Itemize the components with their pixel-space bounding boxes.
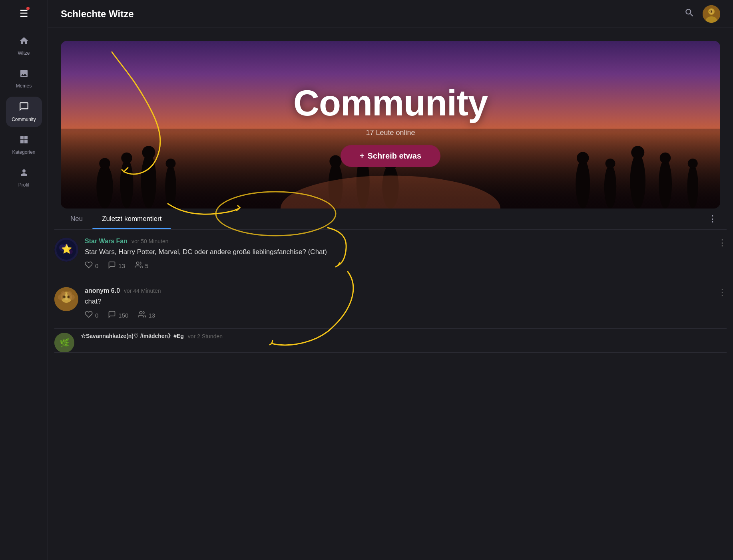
- image-icon: [19, 69, 29, 81]
- posts-list: ⭐ Star Wars Fan vor 50 Minuten Star Wars…: [54, 230, 727, 560]
- plus-icon: +: [360, 151, 365, 161]
- svg-text:👁: 👁: [709, 10, 713, 14]
- post-like-button[interactable]: 0: [85, 261, 98, 271]
- sidebar-item-kategorien[interactable]: Kategorien: [6, 130, 42, 160]
- hero-banner: Community 17 Leute online + Schreib etwa…: [61, 41, 720, 209]
- svg-text:◉ ◉: ◉ ◉: [62, 294, 71, 299]
- comment-icon: [108, 310, 116, 320]
- post-comment-button[interactable]: 13: [108, 261, 125, 271]
- comment-count: 150: [118, 312, 128, 319]
- post-time: vor 2 Stunden: [188, 333, 223, 340]
- sidebar-label-profil: Profil: [18, 182, 29, 188]
- sidebar-label-witze: Witze: [18, 50, 30, 56]
- profile-icon: [19, 168, 29, 180]
- post-participants-button[interactable]: 5: [135, 261, 148, 271]
- hero-content: Community 17 Leute online + Schreib etwa…: [61, 41, 720, 209]
- hero-online-count: 17 Leute online: [366, 129, 415, 137]
- post-like-button[interactable]: 0: [85, 310, 98, 320]
- svg-text:⭐: ⭐: [61, 244, 72, 254]
- post-header: ☆Savannahkatze(n)♡ //mädchen》#Eg vor 2 S…: [81, 333, 727, 340]
- tab-neu[interactable]: Neu: [61, 209, 92, 229]
- main-content: Schlechte Witze 👁: [48, 0, 733, 560]
- sidebar-item-profil[interactable]: Profil: [6, 163, 42, 193]
- post-actions: 0 150: [85, 310, 727, 320]
- participants-icon: [138, 310, 146, 320]
- table-row: 🌿 ☆Savannahkatze(n)♡ //mädchen》#Eg vor 2…: [54, 329, 727, 353]
- home-icon: [19, 36, 29, 48]
- post-content-partial: ☆Savannahkatze(n)♡ //mädchen》#Eg vor 2 S…: [81, 333, 727, 342]
- post-content: Star Wars Fan vor 50 Minuten Star Wars, …: [85, 238, 727, 271]
- search-icon[interactable]: [684, 8, 695, 20]
- sidebar: ☰ Witze Memes Community: [0, 0, 48, 560]
- post-author[interactable]: Star Wars Fan: [85, 238, 127, 245]
- tab-zuletzt[interactable]: Zuletzt kommentiert: [92, 209, 171, 229]
- comment-icon: [108, 261, 116, 271]
- svg-point-46: [140, 311, 143, 314]
- post-avatar[interactable]: ⭐: [54, 238, 78, 262]
- like-count: 0: [95, 262, 98, 269]
- like-count: 0: [95, 312, 98, 319]
- sidebar-item-community[interactable]: Community: [6, 97, 42, 127]
- participant-count: 5: [145, 262, 148, 269]
- header-actions: 👁: [684, 5, 720, 23]
- heart-icon: [85, 261, 93, 271]
- post-author[interactable]: ☆Savannahkatze(n)♡ //mädchen》#Eg: [81, 333, 184, 340]
- post-actions: 0 13: [85, 261, 727, 271]
- sidebar-item-witze[interactable]: Witze: [6, 31, 42, 61]
- post-header: anonym 6.0 vor 44 Minuten: [85, 287, 727, 294]
- post-author[interactable]: anonym 6.0: [85, 287, 120, 294]
- avatar-image: 👁: [703, 5, 720, 23]
- post-text: Star Wars, Harry Potter, Marvel, DC oder…: [85, 247, 727, 257]
- participant-count: 13: [148, 312, 155, 319]
- post-avatar[interactable]: ◉ ◉: [54, 287, 78, 311]
- post-participants-button[interactable]: 13: [138, 310, 155, 320]
- svg-text:🌿: 🌿: [60, 338, 70, 348]
- post-time: vor 50 Minuten: [131, 238, 169, 244]
- post-content: anonym 6.0 vor 44 Minuten chat? 0: [85, 287, 727, 320]
- write-something-button[interactable]: + Schreib etwas: [341, 145, 440, 167]
- header: Schlechte Witze 👁: [48, 0, 733, 28]
- page-title: Schlechte Witze: [61, 8, 134, 20]
- post-time: vor 44 Minuten: [124, 288, 161, 294]
- post-avatar[interactable]: 🌿: [54, 333, 74, 353]
- heart-icon: [85, 310, 93, 320]
- avatar[interactable]: 👁: [703, 5, 720, 23]
- sidebar-item-memes[interactable]: Memes: [6, 64, 42, 93]
- write-button-label: Schreib etwas: [368, 151, 422, 161]
- post-comment-button[interactable]: 150: [108, 310, 128, 320]
- table-row: ◉ ◉ anonym 6.0 vor 44 Minuten chat?: [54, 279, 727, 329]
- chat-icon: [19, 101, 29, 114]
- tabs-more-button[interactable]: ⋮: [705, 210, 720, 227]
- svg-point-37: [136, 262, 139, 264]
- post-more-button[interactable]: ⋮: [718, 287, 727, 298]
- participants-icon: [135, 261, 143, 271]
- post-header: Star Wars Fan vor 50 Minuten: [85, 238, 727, 245]
- menu-icon[interactable]: ☰: [20, 8, 28, 19]
- sidebar-label-kategorien: Kategorien: [12, 149, 35, 155]
- comment-count: 13: [118, 262, 125, 269]
- sidebar-label-community: Community: [12, 117, 36, 122]
- hero-title: Community: [293, 83, 488, 124]
- post-more-button[interactable]: ⋮: [718, 238, 727, 248]
- grid-icon: [19, 135, 29, 147]
- table-row: ⭐ Star Wars Fan vor 50 Minuten Star Wars…: [54, 230, 727, 279]
- tabs-container: Neu Zuletzt kommentiert ⋮: [54, 209, 727, 230]
- post-text: chat?: [85, 297, 727, 306]
- sidebar-label-memes: Memes: [16, 83, 32, 89]
